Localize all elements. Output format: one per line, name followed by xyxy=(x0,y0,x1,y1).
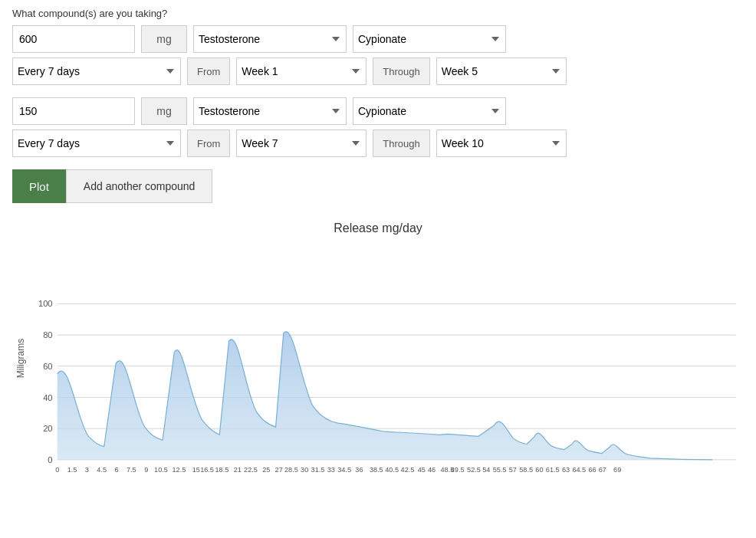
svg-text:12.5: 12.5 xyxy=(173,466,186,474)
svg-text:46: 46 xyxy=(428,466,436,474)
svg-text:61.5: 61.5 xyxy=(546,466,560,474)
svg-text:38.5: 38.5 xyxy=(370,466,383,474)
svg-text:33: 33 xyxy=(327,466,335,474)
compound-1-from-week-select[interactable]: Week 1Week 2Week 3Week 4Week 5Week 6Week… xyxy=(236,57,366,85)
svg-text:28.5: 28.5 xyxy=(284,466,298,474)
compound-1-ester-select[interactable]: CypionateEnanthatePropionateUndecanoate xyxy=(353,25,506,53)
svg-text:20: 20 xyxy=(43,424,52,433)
compound-2-from-label: From xyxy=(187,130,230,157)
chart-inner: 0 20 40 60 80 100 xyxy=(26,241,744,475)
svg-text:60: 60 xyxy=(43,362,52,371)
svg-text:6: 6 xyxy=(114,466,118,474)
svg-text:49.5: 49.5 xyxy=(451,466,465,474)
compound-2-amount-input[interactable] xyxy=(12,97,135,125)
svg-text:42.5: 42.5 xyxy=(401,466,415,474)
action-buttons-row: Plot Add another compound xyxy=(12,169,744,203)
svg-text:0: 0 xyxy=(48,455,52,464)
svg-text:3: 3 xyxy=(85,466,89,474)
compound-1-amount-row: mg TestosteroneNandroloneBoldenoneTrenbo… xyxy=(12,25,744,53)
compound-1-compound-select[interactable]: TestosteroneNandroloneBoldenoneTrenbolon… xyxy=(193,25,347,53)
svg-text:63: 63 xyxy=(562,466,570,474)
svg-text:80: 80 xyxy=(43,330,52,340)
compound-2-freq-select[interactable]: Every 7 daysEvery 3 daysEvery 5 daysEver… xyxy=(12,130,181,157)
svg-text:31.5: 31.5 xyxy=(311,466,325,474)
compound-2-compound-select[interactable]: TestosteroneNandroloneBoldenoneTrenbolon… xyxy=(193,97,347,125)
compound-1-freq-select[interactable]: Every 7 daysEvery 3 daysEvery 5 daysEver… xyxy=(12,57,181,85)
svg-text:52.5: 52.5 xyxy=(467,466,481,474)
svg-text:1.5: 1.5 xyxy=(67,466,77,474)
compound-1-through-label: Through xyxy=(373,57,429,85)
svg-text:16.5: 16.5 xyxy=(200,466,214,474)
svg-text:9: 9 xyxy=(144,466,148,474)
svg-text:55.5: 55.5 xyxy=(493,466,507,474)
svg-text:21: 21 xyxy=(234,466,242,474)
svg-text:57: 57 xyxy=(509,466,517,474)
compound-2-from-week-select[interactable]: Week 1Week 2Week 3Week 4Week 5Week 6Week… xyxy=(236,130,366,157)
svg-text:100: 100 xyxy=(38,299,53,308)
y-axis-label: Miligrams xyxy=(12,241,26,475)
svg-text:34.5: 34.5 xyxy=(337,466,351,474)
svg-text:67: 67 xyxy=(599,466,606,474)
compound-1-unit: mg xyxy=(141,25,187,53)
chart-container: Miligrams 0 20 40 60 80 100 xyxy=(12,241,744,475)
svg-text:10.5: 10.5 xyxy=(154,466,168,474)
svg-text:40.5: 40.5 xyxy=(385,466,399,474)
compound-2-ester-select[interactable]: CypionateEnanthatePropionateUndecanoate xyxy=(353,97,506,125)
svg-text:7.5: 7.5 xyxy=(127,466,136,474)
compound-2-schedule-row: Every 7 daysEvery 3 daysEvery 5 daysEver… xyxy=(12,130,744,157)
compound-2-amount-row: mg TestosteroneNandroloneBoldenoneTrenbo… xyxy=(12,97,744,125)
svg-text:36: 36 xyxy=(355,466,363,474)
svg-text:58.5: 58.5 xyxy=(519,466,533,474)
compound-2-through-week-select[interactable]: Week 1Week 2Week 3Week 4Week 5Week 6Week… xyxy=(436,130,567,157)
compound-2-through-label: Through xyxy=(373,130,429,157)
svg-text:22.5: 22.5 xyxy=(244,466,258,474)
compound-1-from-label: From xyxy=(187,57,230,85)
svg-text:66: 66 xyxy=(589,466,597,474)
svg-text:27: 27 xyxy=(275,466,283,474)
svg-text:25: 25 xyxy=(262,466,270,474)
svg-text:69: 69 xyxy=(613,466,621,474)
compound-1-schedule-row: Every 7 daysEvery 3 daysEvery 5 daysEver… xyxy=(12,57,744,85)
chart-section: Release mg/day Miligrams 0 20 40 60 80 1… xyxy=(12,221,744,475)
compound-1-amount-input[interactable] xyxy=(12,25,135,53)
svg-text:60: 60 xyxy=(535,466,543,474)
compound-2-unit: mg xyxy=(141,97,187,125)
svg-text:30: 30 xyxy=(301,466,308,474)
plot-button[interactable]: Plot xyxy=(12,169,66,203)
question-label: What compound(s) are you taking? xyxy=(12,8,744,19)
add-compound-button[interactable]: Add another compound xyxy=(66,169,213,203)
svg-text:18.5: 18.5 xyxy=(215,466,228,474)
compound-1-through-week-select[interactable]: Week 1Week 2Week 3Week 4Week 5Week 6Week… xyxy=(436,57,567,85)
svg-text:45: 45 xyxy=(418,466,426,474)
svg-text:64.5: 64.5 xyxy=(572,466,586,474)
svg-text:40: 40 xyxy=(43,393,52,402)
svg-text:4.5: 4.5 xyxy=(97,466,107,474)
svg-text:0: 0 xyxy=(55,466,59,474)
svg-text:15: 15 xyxy=(192,466,200,474)
chart-svg: 0 20 40 60 80 100 xyxy=(26,241,744,475)
svg-text:54: 54 xyxy=(482,466,490,474)
chart-title: Release mg/day xyxy=(12,221,744,235)
